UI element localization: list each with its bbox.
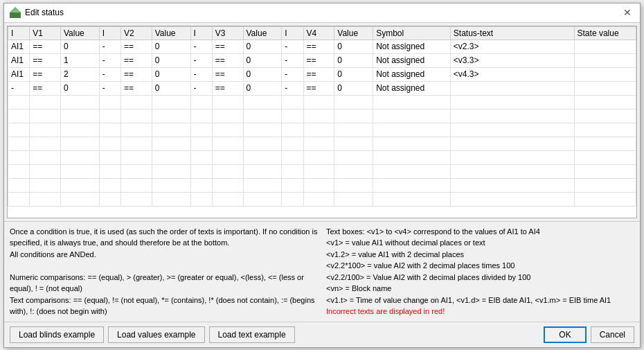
load-text-button[interactable]: Load text example	[209, 326, 295, 343]
table-cell[interactable]: ==	[121, 81, 152, 95]
table-row[interactable]	[8, 95, 636, 109]
table-cell[interactable]	[282, 137, 303, 150]
table-cell[interactable]	[243, 109, 282, 123]
table-cell[interactable]	[152, 123, 190, 137]
table-cell[interactable]	[574, 109, 636, 123]
table-cell[interactable]	[190, 150, 212, 164]
table-cell[interactable]	[60, 123, 99, 137]
table-cell[interactable]	[574, 178, 636, 192]
table-cell[interactable]	[373, 150, 451, 164]
table-cell[interactable]: ==	[212, 53, 243, 67]
table-cell[interactable]	[152, 95, 190, 109]
table-cell[interactable]	[574, 81, 636, 95]
table-cell[interactable]: ==	[212, 81, 243, 95]
table-cell[interactable]: AI1	[8, 40, 30, 53]
table-cell[interactable]	[152, 164, 190, 178]
table-cell[interactable]: 0	[152, 40, 190, 53]
table-cell[interactable]	[121, 109, 152, 123]
table-cell[interactable]: ==	[30, 81, 61, 95]
table-cell[interactable]	[60, 109, 99, 123]
table-cell[interactable]	[30, 137, 61, 150]
table-cell[interactable]: -	[8, 81, 30, 95]
table-cell[interactable]	[574, 95, 636, 109]
table-cell[interactable]: Not assigned	[373, 53, 451, 67]
table-cell[interactable]: ==	[303, 67, 334, 81]
table-cell[interactable]	[99, 95, 120, 109]
table-cell[interactable]: <v2.3>	[450, 40, 574, 53]
table-cell[interactable]	[282, 109, 303, 123]
table-cell[interactable]	[373, 164, 451, 178]
table-cell[interactable]: ==	[30, 40, 61, 53]
table-cell[interactable]	[373, 123, 451, 137]
table-row[interactable]	[8, 137, 636, 150]
table-cell[interactable]	[574, 192, 636, 206]
table-cell[interactable]	[212, 109, 243, 123]
table-cell[interactable]: -	[99, 81, 120, 95]
table-cell[interactable]	[60, 150, 99, 164]
table-cell[interactable]: 0	[152, 81, 190, 95]
table-cell[interactable]	[243, 150, 282, 164]
table-cell[interactable]	[282, 164, 303, 178]
table-row[interactable]: AI1==0-==0-==0-==0Not assigned<v2.3>	[8, 40, 636, 53]
table-cell[interactable]: <v3.3>	[450, 53, 574, 67]
table-cell[interactable]	[99, 109, 120, 123]
table-cell[interactable]: AI1	[8, 53, 30, 67]
table-cell[interactable]: -	[190, 53, 212, 67]
table-cell[interactable]: ==	[303, 81, 334, 95]
table-cell[interactable]	[190, 137, 212, 150]
cancel-button[interactable]: Cancel	[591, 326, 634, 343]
table-cell[interactable]	[99, 137, 120, 150]
table-cell[interactable]	[450, 95, 574, 109]
table-cell[interactable]: -	[282, 81, 303, 95]
table-row[interactable]	[8, 192, 636, 206]
table-row[interactable]: AI1==1-==0-==0-==0Not assigned<v3.3>	[8, 53, 636, 67]
table-cell[interactable]: ==	[121, 40, 152, 53]
table-cell[interactable]	[303, 137, 334, 150]
table-cell[interactable]	[334, 109, 373, 123]
table-row[interactable]	[8, 123, 636, 137]
table-cell[interactable]	[121, 150, 152, 164]
close-button[interactable]: ✕	[620, 6, 634, 19]
table-cell[interactable]	[243, 137, 282, 150]
table-cell[interactable]	[450, 109, 574, 123]
table-cell[interactable]: 0	[60, 40, 99, 53]
table-cell[interactable]	[373, 109, 451, 123]
table-cell[interactable]	[152, 178, 190, 192]
table-row[interactable]	[8, 178, 636, 192]
table-cell[interactable]: AI1	[8, 67, 30, 81]
table-cell[interactable]	[99, 123, 120, 137]
table-cell[interactable]	[243, 192, 282, 206]
table-cell[interactable]	[334, 164, 373, 178]
table-cell[interactable]	[190, 109, 212, 123]
table-cell[interactable]	[8, 164, 30, 178]
table-cell[interactable]: <v4.3>	[450, 67, 574, 81]
table-cell[interactable]: Not assigned	[373, 40, 451, 53]
table-cell[interactable]	[8, 150, 30, 164]
table-cell[interactable]	[60, 192, 99, 206]
table-cell[interactable]	[282, 192, 303, 206]
table-cell[interactable]	[282, 178, 303, 192]
table-cell[interactable]	[30, 164, 61, 178]
table-cell[interactable]	[243, 123, 282, 137]
table-cell[interactable]	[212, 164, 243, 178]
table-cell[interactable]	[99, 164, 120, 178]
table-cell[interactable]	[574, 53, 636, 67]
table-cell[interactable]	[30, 150, 61, 164]
table-cell[interactable]	[212, 123, 243, 137]
table-cell[interactable]	[212, 137, 243, 150]
table-cell[interactable]	[190, 95, 212, 109]
table-cell[interactable]	[334, 137, 373, 150]
table-cell[interactable]	[121, 178, 152, 192]
table-cell[interactable]	[373, 178, 451, 192]
table-cell[interactable]: ==	[303, 53, 334, 67]
table-cell[interactable]: ==	[30, 67, 61, 81]
table-cell[interactable]	[334, 95, 373, 109]
table-cell[interactable]	[574, 164, 636, 178]
table-cell[interactable]: 2	[60, 67, 99, 81]
table-cell[interactable]	[60, 178, 99, 192]
table-cell[interactable]: 0	[334, 40, 373, 53]
table-cell[interactable]	[212, 192, 243, 206]
table-cell[interactable]	[121, 137, 152, 150]
table-cell[interactable]	[60, 95, 99, 109]
ok-button[interactable]: OK	[544, 326, 586, 343]
